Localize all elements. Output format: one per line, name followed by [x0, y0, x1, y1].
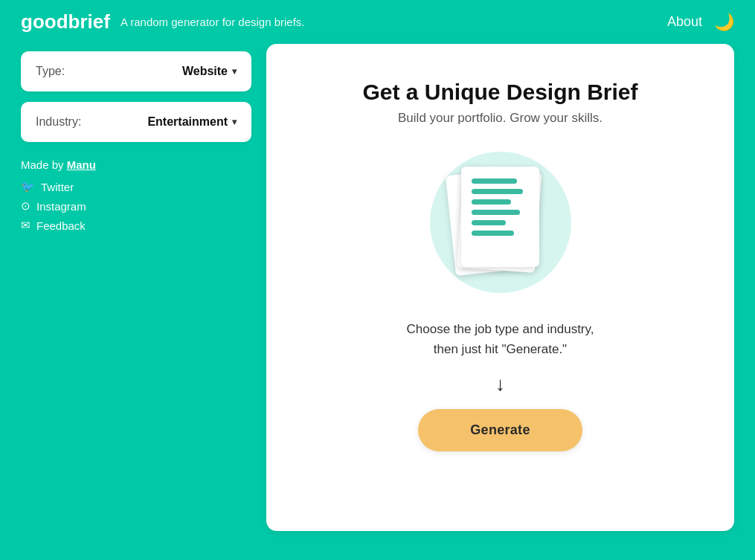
twitter-label: Twitter [41, 181, 74, 193]
industry-chevron-icon: ▾ [232, 117, 237, 127]
type-label: Type: [36, 65, 65, 78]
doc-line [472, 199, 512, 205]
instagram-label: Instagram [36, 200, 86, 213]
main-layout: Type: Website ▾ Industry: Entertainment … [0, 44, 755, 552]
instagram-icon: ⊙ [21, 199, 30, 213]
illustration [426, 148, 575, 297]
doc-line [472, 189, 523, 194]
instruction-text: Choose the job type and industry,then ju… [406, 319, 594, 359]
content-card: Get a Unique Design Brief Build your por… [266, 44, 734, 531]
industry-value: Entertainment ▾ [147, 115, 237, 129]
feedback-icon: ✉ [21, 219, 30, 232]
doc-line [472, 231, 515, 236]
header-right: About 🌙 [667, 13, 734, 32]
doc-lines [461, 167, 539, 248]
arrow-down-icon: ↓ [495, 373, 505, 396]
type-chevron-icon: ▾ [232, 66, 237, 77]
twitter-icon: 🐦 [21, 180, 35, 193]
industry-label: Industry: [36, 115, 81, 129]
card-subtitle: Build your portfolio. Grow your skills. [398, 111, 603, 126]
made-by: Made by Manu [21, 158, 251, 171]
twitter-link[interactable]: 🐦 Twitter [21, 180, 251, 193]
logo-good: good [21, 10, 68, 33]
doc-line [472, 220, 506, 225]
card-title: Get a Unique Design Brief [362, 80, 637, 105]
instagram-link[interactable]: ⊙ Instagram [21, 199, 251, 213]
industry-dropdown[interactable]: Industry: Entertainment ▾ [21, 102, 251, 142]
moon-icon[interactable]: 🌙 [714, 13, 734, 32]
doc-page-front [461, 167, 539, 267]
doc-line [472, 210, 520, 215]
type-value: Website ▾ [182, 65, 237, 78]
feedback-link[interactable]: ✉ Feedback [21, 219, 251, 232]
type-dropdown[interactable]: Type: Website ▾ [21, 51, 251, 91]
social-links: 🐦 Twitter ⊙ Instagram ✉ Feedback [21, 180, 251, 232]
sidebar: Type: Website ▾ Industry: Entertainment … [21, 44, 251, 531]
logo-brief: brief [68, 10, 110, 33]
logo: goodbrief [21, 10, 110, 33]
doc-stack [456, 167, 545, 278]
doc-line [472, 178, 518, 184]
feedback-label: Feedback [36, 219, 86, 232]
manu-link[interactable]: Manu [67, 158, 96, 171]
sidebar-footer: Made by Manu 🐦 Twitter ⊙ Instagram ✉ Fee… [21, 158, 251, 232]
tagline: A random generator for design briefs. [121, 16, 305, 28]
generate-button[interactable]: Generate [418, 409, 582, 451]
header: goodbrief A random generator for design … [0, 0, 755, 44]
header-left: goodbrief A random generator for design … [21, 10, 305, 33]
about-link[interactable]: About [667, 14, 702, 30]
